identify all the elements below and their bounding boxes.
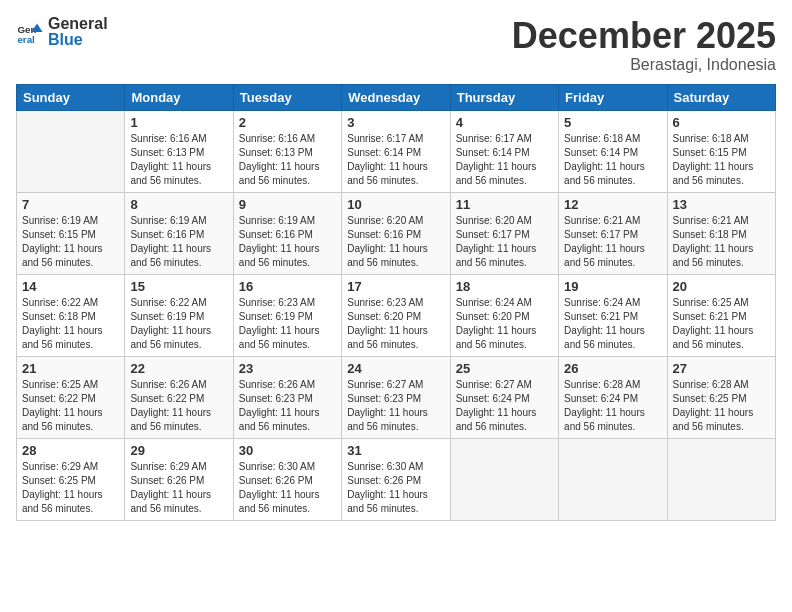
calendar-week-2: 7Sunrise: 6:19 AM Sunset: 6:15 PM Daylig… (17, 192, 776, 274)
month-title: December 2025 (512, 16, 776, 56)
calendar-cell: 31Sunrise: 6:30 AM Sunset: 6:26 PM Dayli… (342, 438, 450, 520)
day-number: 23 (239, 361, 336, 376)
calendar-cell: 1Sunrise: 6:16 AM Sunset: 6:13 PM Daylig… (125, 110, 233, 192)
calendar-week-5: 28Sunrise: 6:29 AM Sunset: 6:25 PM Dayli… (17, 438, 776, 520)
day-number: 26 (564, 361, 661, 376)
day-number: 21 (22, 361, 119, 376)
logo-blue-text: Blue (48, 31, 83, 48)
page-header: Gen eral General Blue December 2025 Bera… (16, 16, 776, 74)
day-info: Sunrise: 6:21 AM Sunset: 6:18 PM Dayligh… (673, 214, 770, 270)
svg-text:eral: eral (17, 34, 35, 45)
day-number: 3 (347, 115, 444, 130)
weekday-header-wednesday: Wednesday (342, 84, 450, 110)
day-info: Sunrise: 6:30 AM Sunset: 6:26 PM Dayligh… (239, 460, 336, 516)
day-info: Sunrise: 6:26 AM Sunset: 6:22 PM Dayligh… (130, 378, 227, 434)
day-info: Sunrise: 6:25 AM Sunset: 6:22 PM Dayligh… (22, 378, 119, 434)
day-info: Sunrise: 6:17 AM Sunset: 6:14 PM Dayligh… (456, 132, 553, 188)
day-number: 20 (673, 279, 770, 294)
day-number: 6 (673, 115, 770, 130)
location: Berastagi, Indonesia (512, 56, 776, 74)
calendar-cell: 24Sunrise: 6:27 AM Sunset: 6:23 PM Dayli… (342, 356, 450, 438)
weekday-header-row: SundayMondayTuesdayWednesdayThursdayFrid… (17, 84, 776, 110)
day-info: Sunrise: 6:27 AM Sunset: 6:23 PM Dayligh… (347, 378, 444, 434)
day-info: Sunrise: 6:26 AM Sunset: 6:23 PM Dayligh… (239, 378, 336, 434)
weekday-header-sunday: Sunday (17, 84, 125, 110)
calendar-cell: 16Sunrise: 6:23 AM Sunset: 6:19 PM Dayli… (233, 274, 341, 356)
day-info: Sunrise: 6:28 AM Sunset: 6:24 PM Dayligh… (564, 378, 661, 434)
calendar-cell: 23Sunrise: 6:26 AM Sunset: 6:23 PM Dayli… (233, 356, 341, 438)
day-info: Sunrise: 6:22 AM Sunset: 6:19 PM Dayligh… (130, 296, 227, 352)
calendar-cell (450, 438, 558, 520)
day-number: 13 (673, 197, 770, 212)
calendar-cell: 18Sunrise: 6:24 AM Sunset: 6:20 PM Dayli… (450, 274, 558, 356)
day-number: 11 (456, 197, 553, 212)
day-info: Sunrise: 6:16 AM Sunset: 6:13 PM Dayligh… (130, 132, 227, 188)
weekday-header-tuesday: Tuesday (233, 84, 341, 110)
day-number: 12 (564, 197, 661, 212)
calendar-cell: 5Sunrise: 6:18 AM Sunset: 6:14 PM Daylig… (559, 110, 667, 192)
calendar-cell: 12Sunrise: 6:21 AM Sunset: 6:17 PM Dayli… (559, 192, 667, 274)
calendar-cell: 17Sunrise: 6:23 AM Sunset: 6:20 PM Dayli… (342, 274, 450, 356)
day-info: Sunrise: 6:18 AM Sunset: 6:15 PM Dayligh… (673, 132, 770, 188)
calendar-cell: 28Sunrise: 6:29 AM Sunset: 6:25 PM Dayli… (17, 438, 125, 520)
day-number: 16 (239, 279, 336, 294)
day-number: 7 (22, 197, 119, 212)
day-number: 25 (456, 361, 553, 376)
calendar-cell: 25Sunrise: 6:27 AM Sunset: 6:24 PM Dayli… (450, 356, 558, 438)
day-number: 17 (347, 279, 444, 294)
day-number: 14 (22, 279, 119, 294)
day-info: Sunrise: 6:25 AM Sunset: 6:21 PM Dayligh… (673, 296, 770, 352)
day-info: Sunrise: 6:19 AM Sunset: 6:15 PM Dayligh… (22, 214, 119, 270)
day-info: Sunrise: 6:29 AM Sunset: 6:26 PM Dayligh… (130, 460, 227, 516)
weekday-header-thursday: Thursday (450, 84, 558, 110)
calendar-cell: 30Sunrise: 6:30 AM Sunset: 6:26 PM Dayli… (233, 438, 341, 520)
calendar-cell (17, 110, 125, 192)
day-info: Sunrise: 6:24 AM Sunset: 6:20 PM Dayligh… (456, 296, 553, 352)
day-number: 19 (564, 279, 661, 294)
calendar-cell: 21Sunrise: 6:25 AM Sunset: 6:22 PM Dayli… (17, 356, 125, 438)
weekday-header-friday: Friday (559, 84, 667, 110)
calendar-week-3: 14Sunrise: 6:22 AM Sunset: 6:18 PM Dayli… (17, 274, 776, 356)
day-number: 1 (130, 115, 227, 130)
day-number: 4 (456, 115, 553, 130)
day-info: Sunrise: 6:22 AM Sunset: 6:18 PM Dayligh… (22, 296, 119, 352)
day-info: Sunrise: 6:16 AM Sunset: 6:13 PM Dayligh… (239, 132, 336, 188)
calendar-cell: 15Sunrise: 6:22 AM Sunset: 6:19 PM Dayli… (125, 274, 233, 356)
day-number: 18 (456, 279, 553, 294)
calendar-cell: 27Sunrise: 6:28 AM Sunset: 6:25 PM Dayli… (667, 356, 775, 438)
calendar-cell (667, 438, 775, 520)
calendar-cell: 19Sunrise: 6:24 AM Sunset: 6:21 PM Dayli… (559, 274, 667, 356)
calendar-cell: 3Sunrise: 6:17 AM Sunset: 6:14 PM Daylig… (342, 110, 450, 192)
day-number: 15 (130, 279, 227, 294)
calendar-table: SundayMondayTuesdayWednesdayThursdayFrid… (16, 84, 776, 521)
calendar-cell (559, 438, 667, 520)
day-number: 9 (239, 197, 336, 212)
day-info: Sunrise: 6:19 AM Sunset: 6:16 PM Dayligh… (239, 214, 336, 270)
day-info: Sunrise: 6:29 AM Sunset: 6:25 PM Dayligh… (22, 460, 119, 516)
day-number: 24 (347, 361, 444, 376)
logo: Gen eral General Blue (16, 16, 108, 48)
calendar-cell: 10Sunrise: 6:20 AM Sunset: 6:16 PM Dayli… (342, 192, 450, 274)
day-number: 2 (239, 115, 336, 130)
day-number: 8 (130, 197, 227, 212)
calendar-cell: 14Sunrise: 6:22 AM Sunset: 6:18 PM Dayli… (17, 274, 125, 356)
day-info: Sunrise: 6:17 AM Sunset: 6:14 PM Dayligh… (347, 132, 444, 188)
calendar-cell: 29Sunrise: 6:29 AM Sunset: 6:26 PM Dayli… (125, 438, 233, 520)
day-number: 28 (22, 443, 119, 458)
day-info: Sunrise: 6:20 AM Sunset: 6:16 PM Dayligh… (347, 214, 444, 270)
day-number: 29 (130, 443, 227, 458)
calendar-cell: 26Sunrise: 6:28 AM Sunset: 6:24 PM Dayli… (559, 356, 667, 438)
day-number: 22 (130, 361, 227, 376)
calendar-week-1: 1Sunrise: 6:16 AM Sunset: 6:13 PM Daylig… (17, 110, 776, 192)
logo-icon: Gen eral (16, 18, 44, 46)
day-info: Sunrise: 6:19 AM Sunset: 6:16 PM Dayligh… (130, 214, 227, 270)
day-number: 27 (673, 361, 770, 376)
day-info: Sunrise: 6:24 AM Sunset: 6:21 PM Dayligh… (564, 296, 661, 352)
day-number: 5 (564, 115, 661, 130)
day-info: Sunrise: 6:20 AM Sunset: 6:17 PM Dayligh… (456, 214, 553, 270)
weekday-header-monday: Monday (125, 84, 233, 110)
calendar-cell: 8Sunrise: 6:19 AM Sunset: 6:16 PM Daylig… (125, 192, 233, 274)
title-block: December 2025 Berastagi, Indonesia (512, 16, 776, 74)
day-info: Sunrise: 6:30 AM Sunset: 6:26 PM Dayligh… (347, 460, 444, 516)
day-info: Sunrise: 6:23 AM Sunset: 6:20 PM Dayligh… (347, 296, 444, 352)
